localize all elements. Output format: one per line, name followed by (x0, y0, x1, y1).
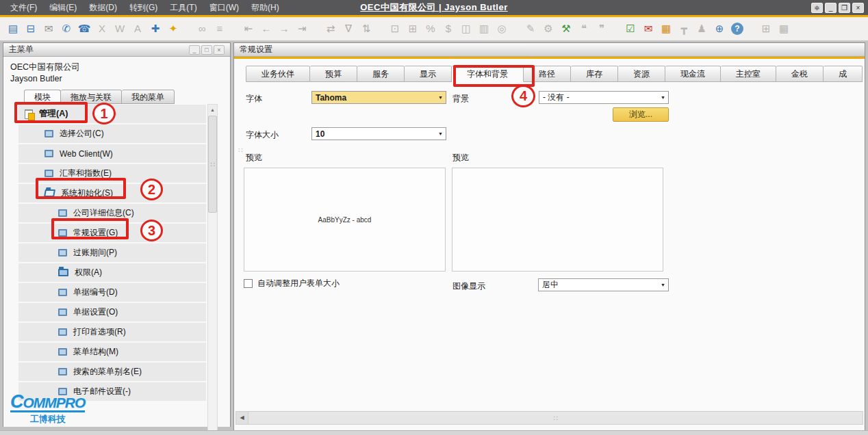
tab-budget[interactable]: 预算 (310, 66, 357, 82)
sort-icon[interactable]: ⇅ (359, 21, 374, 36)
calendar-icon[interactable]: ▦ (659, 21, 674, 36)
find-icon[interactable]: ∞ (194, 21, 209, 36)
help-icon[interactable]: ? (731, 23, 743, 35)
main-menu-minimize-button[interactable]: _ (189, 45, 200, 55)
image-display-combo[interactable]: 居中 ▼ (538, 278, 669, 291)
menu-goto[interactable]: 转到(G) (123, 2, 164, 14)
org-chart-icon[interactable]: ┳ (676, 21, 691, 36)
tab-cost-truncated[interactable]: 成 (824, 66, 863, 82)
tab-my-menu[interactable]: 我的菜单 (122, 90, 175, 104)
journal-entry-icon[interactable]: ▥ (476, 21, 492, 36)
tab-fonts-and-backgrounds[interactable]: 字体和背景 (452, 66, 524, 82)
user-icon[interactable]: ♟ (694, 21, 709, 36)
alert-mail-icon[interactable]: ✉ (641, 21, 656, 36)
export-excel-icon[interactable]: X (94, 21, 110, 36)
menu-tools[interactable]: 工具(T) (164, 2, 203, 14)
lock-screen-icon[interactable]: ✦ (166, 21, 181, 36)
tree-item-menu-structure[interactable]: 菜单结构(M) (18, 343, 206, 361)
tree-item-document-numbering[interactable]: 单据编号(D) (18, 283, 206, 302)
horizontal-scrollbar[interactable]: ◀ ∷ (235, 411, 863, 425)
scroll-left-button[interactable]: ◀ (236, 412, 248, 424)
browse-button[interactable]: 浏览... (613, 107, 669, 122)
checklist-icon[interactable]: ☑ (623, 21, 638, 36)
gross-profit-icon[interactable]: % (423, 21, 438, 36)
tree-item-system-initialization[interactable]: 系统初始化(S) (18, 184, 206, 202)
web-browser-icon[interactable]: ⊕ (712, 21, 727, 36)
main-menu-maximize-button[interactable]: □ (201, 45, 212, 55)
last-record-icon[interactable]: ⇥ (294, 21, 309, 36)
calculator-a-icon[interactable]: ⊞ (758, 21, 774, 36)
query-icon[interactable]: ◎ (494, 21, 509, 36)
scrollbar-thumb[interactable]: ∷ (208, 116, 217, 213)
tree-item-web-client[interactable]: Web Client(W) (18, 144, 206, 163)
export-word-icon[interactable]: W (112, 21, 127, 36)
sms-icon[interactable]: ✆ (59, 21, 74, 36)
font-combo[interactable]: Tahoma ▼ (311, 91, 446, 104)
first-record-icon[interactable]: ⇤ (241, 21, 256, 36)
launch-application-icon[interactable]: ✚ (148, 21, 163, 36)
tab-business-partners[interactable]: 业务伙伴 (246, 66, 310, 82)
send-message-icon[interactable]: ❞ (594, 21, 609, 36)
copy-from-icon[interactable]: ⊡ (387, 21, 403, 36)
splitter-grip[interactable]: ∷ (238, 146, 242, 154)
tree-item-authorizations[interactable]: 权限(A) (18, 263, 206, 282)
tree-item-menu-search-alias[interactable]: 搜索的菜单别名(E) (18, 362, 206, 381)
edit-icon[interactable]: ✎ (523, 21, 538, 36)
tree-item-company-details[interactable]: 公司详细信息(C) (18, 204, 206, 222)
tree-item-print-preferences[interactable]: 打印首选项(R) (18, 323, 206, 341)
print-preview-icon[interactable]: ▤ (5, 21, 21, 36)
calculator-b-icon[interactable]: ▦ (776, 21, 791, 36)
copy-to-icon[interactable]: ⊞ (405, 21, 420, 36)
autosize-checkbox[interactable] (244, 279, 253, 288)
menu-data[interactable]: 数据(D) (83, 2, 123, 14)
minimize-button[interactable]: _ (825, 3, 837, 13)
menu-window[interactable]: 窗口(W) (203, 2, 245, 14)
tab-golden-tax[interactable]: 金税 (776, 66, 824, 82)
dropdown-arrow-icon[interactable]: ▼ (435, 95, 446, 100)
tree-item-document-settings[interactable]: 单据设置(O) (18, 303, 206, 321)
payment-means-icon[interactable]: $ (441, 21, 456, 36)
restore-button[interactable]: ❐ (839, 3, 850, 13)
volume-weight-icon[interactable]: ◫ (459, 21, 474, 36)
print-icon[interactable]: ⊟ (23, 21, 38, 36)
filter-icon[interactable]: ∇ (341, 21, 356, 36)
tree-item-choose-company[interactable]: 选择公司(C) (18, 124, 206, 143)
menu-edit[interactable]: 编辑(E) (43, 2, 83, 14)
font-size-combo[interactable]: 10 ▼ (311, 127, 446, 140)
main-menu-close-button[interactable]: × (214, 45, 225, 55)
list-icon[interactable]: ≡ (212, 21, 227, 36)
customize-icon[interactable]: ≑ (811, 3, 823, 13)
email-icon[interactable]: ✉ (41, 21, 56, 36)
dropdown-arrow-icon[interactable]: ▼ (658, 95, 668, 100)
tab-paths[interactable]: 路径 (524, 66, 571, 82)
refresh-icon[interactable]: ⇄ (323, 21, 338, 36)
tab-cash-flow[interactable]: 现金流 (665, 66, 721, 82)
tab-drag-and-relate[interactable]: 拖放与关联 (61, 90, 122, 104)
background-preview-label: 预览 (452, 152, 469, 163)
tree-item-posting-periods[interactable]: 过账期间(P) (18, 243, 206, 262)
tab-inventory[interactable]: 库存 (571, 66, 618, 82)
tab-cockpit[interactable]: 主控室 (721, 66, 776, 82)
tree-item-general-settings[interactable]: 常规设置(G) (18, 224, 206, 242)
close-button[interactable]: × (852, 3, 864, 13)
scroll-up-button[interactable]: ▲ (208, 105, 217, 115)
background-combo[interactable]: - 没有 - ▼ (539, 91, 669, 104)
next-record-icon[interactable]: → (277, 21, 292, 36)
form-settings-icon[interactable]: ⚙ (541, 21, 556, 36)
tab-display[interactable]: 显示 (405, 66, 452, 82)
dropdown-arrow-icon[interactable]: ▼ (435, 131, 446, 136)
tree-item-administration[interactable]: 管理(A) (18, 105, 206, 123)
export-pdf-icon[interactable]: A (130, 21, 145, 36)
menu-help[interactable]: 帮助(H) (245, 2, 285, 14)
tab-resources[interactable]: 资源 (618, 66, 665, 82)
tree-scrollbar[interactable]: ▲ ∷ ▼ (207, 104, 218, 435)
previous-record-icon[interactable]: ← (259, 21, 274, 36)
tree-item-exchange-rates-indexes[interactable]: 汇率和指数(E) (18, 164, 206, 183)
tab-services[interactable]: 服务 (357, 66, 405, 82)
customize-tools-icon[interactable]: ⚒ (559, 21, 574, 36)
menu-file[interactable]: 文件(F) (4, 2, 43, 14)
remarks-icon[interactable]: ❝ (576, 21, 591, 36)
fax-icon[interactable]: ☎ (77, 21, 92, 36)
tab-modules[interactable]: 模块 (24, 90, 61, 104)
dropdown-arrow-icon[interactable]: ▼ (658, 282, 668, 287)
